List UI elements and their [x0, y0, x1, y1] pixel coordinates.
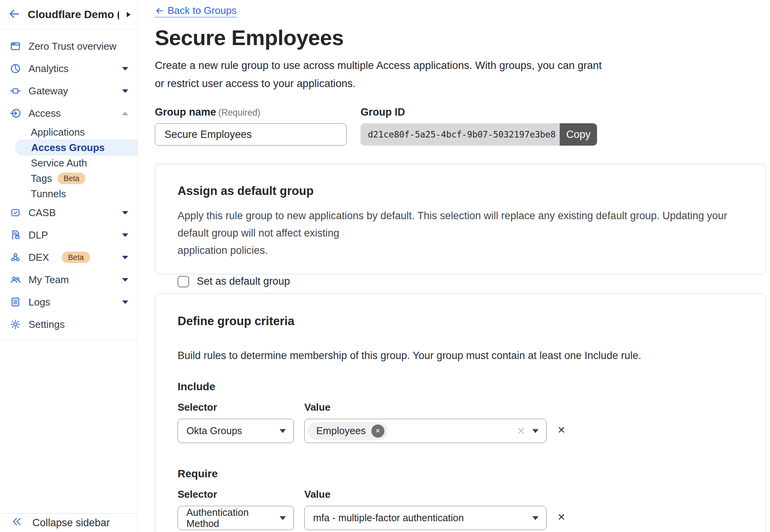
- sidebar-item-applications[interactable]: Applications: [0, 124, 138, 140]
- gear-icon: [10, 319, 21, 330]
- access-arrow-icon: [10, 107, 21, 119]
- default-group-card-title: Assign as default group: [178, 184, 743, 198]
- back-to-groups-link[interactable]: Back to Groups: [155, 5, 237, 17]
- default-group-description-line2: application policies.: [178, 242, 743, 259]
- double-chevron-left-icon: [12, 516, 22, 530]
- sidebar-item-label: Service Auth: [31, 157, 87, 169]
- page-description-line1: Create a new rule group to use across mu…: [155, 56, 766, 74]
- remove-tag-icon[interactable]: ✕: [371, 425, 384, 438]
- group-id-row: d21ce80f-5a25-4bcf-9b07-5032197e3be8 Cop…: [361, 123, 597, 146]
- sidebar-item-tunnels[interactable]: Tunnels: [0, 186, 138, 201]
- remove-require-rule-icon[interactable]: ✕: [557, 512, 565, 523]
- group-id-field: Group ID d21ce80f-5a25-4bcf-9b07-5032197…: [361, 106, 597, 146]
- sidebar-item-label: Zero Trust overview: [29, 40, 116, 52]
- sidebar-item-label: DEX: [29, 252, 49, 263]
- include-selector-dropdown[interactable]: Okta Groups: [178, 419, 294, 443]
- default-group-card-description: Apply this rule group to new application…: [178, 207, 743, 259]
- group-id-value: d21ce80f-5a25-4bcf-9b07-5032197e3be8: [361, 123, 560, 146]
- sidebar-item-settings[interactable]: Settings: [0, 313, 138, 336]
- browser-window-icon: [10, 40, 21, 52]
- dex-network-icon: [10, 252, 21, 263]
- sidebar-item-dlp[interactable]: DLP: [0, 224, 138, 246]
- sidebar-item-label: Settings: [29, 319, 65, 331]
- default-group-card: Assign as default group Apply this rule …: [155, 164, 766, 274]
- chevron-down-icon[interactable]: [122, 256, 128, 259]
- main-content: Back to Groups Secure Employees Create a…: [138, 0, 770, 532]
- sidebar-item-label: Access: [29, 107, 61, 119]
- sidebar-item-tags[interactable]: Tags Beta: [0, 171, 138, 186]
- criteria-card-title: Define group criteria: [178, 314, 743, 328]
- chevron-down-icon[interactable]: [122, 211, 128, 215]
- include-rule-row: Selector Okta Groups Value Employees ✕ ✕: [178, 393, 743, 443]
- include-value-multiselect[interactable]: Employees ✕ ✕: [304, 419, 547, 443]
- sidebar-item-access-groups[interactable]: Access Groups: [15, 140, 138, 155]
- require-value-text: mfa - multiple-factor authentication: [313, 512, 464, 524]
- include-selector-col: Selector Okta Groups: [178, 393, 294, 443]
- sidebar-item-label: Tunnels: [31, 188, 66, 200]
- sidebar-item-casb[interactable]: CASB: [0, 201, 138, 224]
- sidebar-divider: [0, 340, 138, 341]
- chevron-down-icon[interactable]: [122, 67, 128, 70]
- employees-tag: Employees ✕: [308, 422, 388, 440]
- employees-tag-label: Employees: [316, 425, 366, 437]
- pie-chart-icon: [10, 63, 21, 74]
- chevron-down-icon: [532, 516, 538, 520]
- sidebar-item-dex[interactable]: DEX Beta: [0, 246, 138, 269]
- page-title: Secure Employees: [155, 25, 766, 50]
- beta-badge: Beta: [57, 173, 86, 184]
- clear-values-icon[interactable]: ✕: [517, 425, 525, 437]
- sidebar-item-label: Gateway: [29, 85, 68, 97]
- sidebar-item-analytics[interactable]: Analytics: [0, 57, 138, 80]
- chevron-down-icon: [280, 516, 286, 520]
- sidebar-item-service-auth[interactable]: Service Auth: [0, 155, 138, 171]
- require-heading: Require: [178, 468, 743, 480]
- group-name-label-text: Group name: [155, 106, 216, 118]
- default-group-checkbox[interactable]: [178, 276, 189, 287]
- chevron-down-icon[interactable]: [122, 233, 128, 237]
- criteria-card: Define group criteria Build rules to det…: [155, 294, 766, 532]
- logs-icon: [10, 296, 21, 308]
- sidebar: Cloudflare Demo (T... Zero Trust overvie…: [0, 0, 138, 532]
- require-value-col: Value mfa - multiple-factor authenticati…: [304, 480, 547, 530]
- required-hint: (Required): [218, 107, 260, 117]
- sidebar-item-label: My Team: [29, 274, 69, 286]
- chevron-down-icon: [280, 429, 286, 433]
- copy-button[interactable]: Copy: [560, 123, 597, 146]
- collapse-sidebar-button[interactable]: Collapse sidebar: [0, 513, 138, 532]
- include-selector-label: Selector: [178, 401, 294, 413]
- require-value-dropdown[interactable]: mfa - multiple-factor authentication: [304, 506, 547, 530]
- sidebar-item-gateway[interactable]: Gateway: [0, 80, 138, 102]
- group-name-input[interactable]: [155, 123, 347, 146]
- require-selector-col: Selector Authentication Method: [178, 480, 294, 530]
- account-name[interactable]: Cloudflare Demo (T...: [28, 8, 119, 21]
- sidebar-nav: Zero Trust overview Analytics Gateway: [0, 30, 138, 341]
- sidebar-item-label: Logs: [29, 296, 50, 308]
- sidebar-item-access[interactable]: Access: [0, 102, 138, 124]
- group-form-row: Group name(Required) Group ID d21ce80f-5…: [155, 106, 766, 146]
- default-group-checkbox-label: Set as default group: [197, 275, 290, 287]
- dlp-document-lock-icon: [10, 229, 21, 241]
- chevron-down-icon[interactable]: [122, 89, 128, 93]
- sidebar-header: Cloudflare Demo (T...: [0, 0, 138, 30]
- remove-include-rule-icon[interactable]: ✕: [557, 425, 565, 436]
- back-arrow-icon[interactable]: [8, 8, 20, 21]
- chevron-down-icon[interactable]: [122, 278, 128, 282]
- require-selector-dropdown[interactable]: Authentication Method: [178, 506, 294, 530]
- include-value-col: Value Employees ✕ ✕: [304, 393, 547, 443]
- include-selector-value: Okta Groups: [186, 425, 242, 436]
- sidebar-item-logs[interactable]: Logs: [0, 291, 138, 313]
- chevron-down-icon: [532, 429, 538, 433]
- sidebar-item-label: DLP: [29, 229, 48, 241]
- default-group-description-line1: Apply this rule group to new application…: [178, 207, 743, 242]
- app-window: Cloudflare Demo (T... Zero Trust overvie…: [0, 0, 770, 532]
- chevron-up-icon[interactable]: [122, 112, 128, 115]
- sidebar-item-zero-trust-overview[interactable]: Zero Trust overview: [0, 35, 138, 57]
- gateway-icon: [10, 85, 21, 97]
- sidebar-item-my-team[interactable]: My Team: [0, 269, 138, 291]
- back-to-groups-label: Back to Groups: [168, 5, 237, 17]
- triangle-right-icon[interactable]: [127, 12, 131, 17]
- require-value-label: Value: [304, 488, 547, 500]
- chevron-down-icon[interactable]: [122, 300, 128, 304]
- include-heading: Include: [178, 381, 743, 393]
- sidebar-item-label: Applications: [31, 126, 85, 138]
